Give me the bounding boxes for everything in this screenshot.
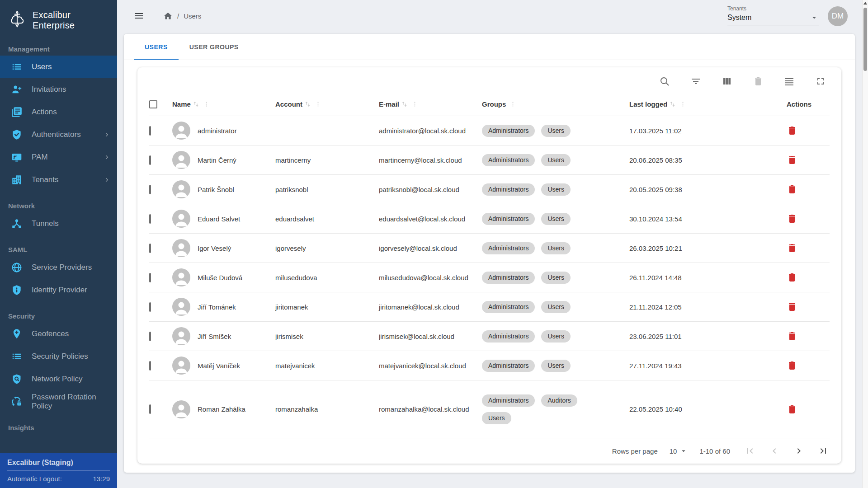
sidebar-item-password-rotation-policy[interactable]: Password Rotation Policy (0, 390, 117, 413)
column-header-name[interactable]: Name (172, 100, 275, 108)
sidebar-item-geofences[interactable]: Geofences (0, 323, 117, 345)
content: USERS USER GROUPS (117, 32, 862, 488)
user-avatar[interactable]: DM (828, 6, 848, 26)
row-checkbox[interactable] (149, 126, 151, 136)
caret-down-icon (679, 447, 688, 455)
table-row: Igor Veselý igorvesely igorvesely@local.… (149, 234, 830, 263)
sidebar-item-users[interactable]: Users (0, 56, 117, 78)
sidebar-item-label: Tenants (32, 175, 59, 184)
delete-user-icon[interactable] (787, 125, 797, 136)
delete-user-icon[interactable] (787, 404, 797, 415)
user-email: administrator@local.sk.cloud (379, 127, 482, 135)
sidebar-item-tunnels[interactable]: Tunnels (0, 212, 117, 235)
table-row: Jiří Tománek jiritomanek jiritomanek@loc… (149, 292, 830, 322)
column-menu-icon[interactable] (203, 101, 210, 108)
user-name: Miluše Dudová (198, 274, 242, 282)
table-toolbar (149, 67, 830, 93)
tab-users[interactable]: USERS (134, 34, 179, 60)
map-pin-plus-icon (11, 328, 23, 340)
search-icon[interactable] (659, 76, 670, 87)
rows-per-page-select[interactable]: 10 (670, 447, 688, 455)
last-page-icon[interactable] (818, 446, 829, 456)
table-row: Patrik Šnobl patriksnobl patriksnobl@loc… (149, 175, 830, 204)
scroll-up-icon[interactable] (863, 2, 867, 5)
rows-per-page-value: 10 (670, 447, 677, 455)
delete-user-icon[interactable] (787, 213, 797, 224)
column-header-last-logged[interactable]: Last logged (629, 100, 770, 108)
delete-user-icon[interactable] (787, 301, 797, 312)
sidebar: Excalibur Enterprise Management Users In… (0, 0, 117, 488)
sidebar-item-identity-provider[interactable]: Identity Provider (0, 279, 117, 301)
sidebar-item-actions[interactable]: Actions (0, 101, 117, 123)
delete-user-icon[interactable] (787, 331, 797, 342)
first-page-icon[interactable] (745, 446, 755, 456)
row-checkbox[interactable] (149, 302, 151, 312)
row-checkbox[interactable] (149, 155, 151, 165)
column-menu-icon[interactable] (315, 101, 321, 108)
list-icon (11, 61, 23, 73)
user-name: Eduard Salvet (198, 215, 240, 223)
person-avatar-icon (172, 239, 190, 257)
sidebar-item-tenants[interactable]: Tenants (0, 169, 117, 191)
chevron-right-icon (104, 176, 111, 183)
delete-selected-icon[interactable] (753, 76, 764, 87)
environment-name: Excalibur (Staging) (6, 457, 111, 470)
row-checkbox[interactable] (149, 404, 151, 414)
sidebar-item-pam[interactable]: PAM (0, 146, 117, 169)
sort-icon[interactable] (401, 101, 408, 108)
sidebar-item-service-providers[interactable]: Service Providers (0, 256, 117, 279)
row-checkbox[interactable] (149, 361, 151, 371)
columns-icon[interactable] (722, 76, 732, 87)
sidebar-item-invitations[interactable]: Invitations (0, 78, 117, 101)
column-menu-icon[interactable] (679, 101, 686, 108)
scrollbar-thumb[interactable] (863, 8, 867, 71)
next-page-icon[interactable] (793, 446, 804, 456)
group-chip: Administrators (482, 360, 535, 372)
chevron-right-icon (104, 131, 111, 138)
pagination: Rows per page 10 1-10 of 60 (149, 438, 830, 464)
delete-user-icon[interactable] (787, 272, 797, 283)
home-icon[interactable] (163, 11, 173, 21)
person-avatar-icon (172, 298, 190, 316)
sort-icon[interactable] (304, 101, 311, 108)
row-checkbox[interactable] (149, 214, 151, 224)
row-checkbox[interactable] (149, 185, 151, 194)
row-checkbox[interactable] (149, 332, 151, 341)
column-header-email[interactable]: E-mail (379, 100, 482, 108)
fullscreen-icon[interactable] (815, 76, 826, 87)
column-menu-icon[interactable] (411, 101, 418, 108)
person-add-icon (11, 84, 23, 95)
shield-network-icon (11, 373, 23, 385)
previous-page-icon[interactable] (769, 446, 780, 456)
tabbar: USERS USER GROUPS (124, 34, 855, 60)
tab-user-groups[interactable]: USER GROUPS (179, 34, 250, 60)
table-row: administrator administrator@local.sk.clo… (149, 116, 830, 145)
row-checkbox[interactable] (149, 244, 151, 253)
sidebar-item-network-policy[interactable]: Network Policy (0, 368, 117, 390)
column-menu-icon[interactable] (509, 101, 516, 108)
user-email: matejvanicek@local.sk.cloud (379, 362, 482, 370)
auto-logout-timer: 13:29 (93, 475, 110, 483)
sidebar-item-authenticators[interactable]: Authenticators (0, 123, 117, 146)
page-scrollbar[interactable] (862, 0, 868, 488)
group-chip: Administrators (482, 301, 535, 313)
group-chip: Administrators (482, 394, 535, 407)
menu-icon[interactable] (133, 10, 144, 21)
filter-icon[interactable] (690, 76, 701, 87)
delete-user-icon[interactable] (787, 155, 797, 165)
select-all-checkbox[interactable] (149, 100, 157, 108)
sort-icon[interactable] (669, 101, 676, 108)
delete-user-icon[interactable] (787, 243, 797, 253)
person-avatar-icon (172, 151, 190, 169)
delete-user-icon[interactable] (787, 184, 797, 195)
density-icon[interactable] (784, 76, 795, 87)
column-header-groups[interactable]: Groups (482, 100, 629, 108)
column-header-account[interactable]: Account (275, 100, 379, 108)
sort-icon[interactable] (193, 101, 199, 108)
last-logged: 30.10.2024 13:54 (629, 215, 770, 223)
row-checkbox[interactable] (149, 273, 151, 282)
sidebar-item-security-policies[interactable]: Security Policies (0, 345, 117, 368)
delete-user-icon[interactable] (787, 360, 797, 371)
user-name: Jiří Smíšek (198, 333, 231, 340)
tenant-select[interactable]: Tenants System (727, 5, 819, 25)
